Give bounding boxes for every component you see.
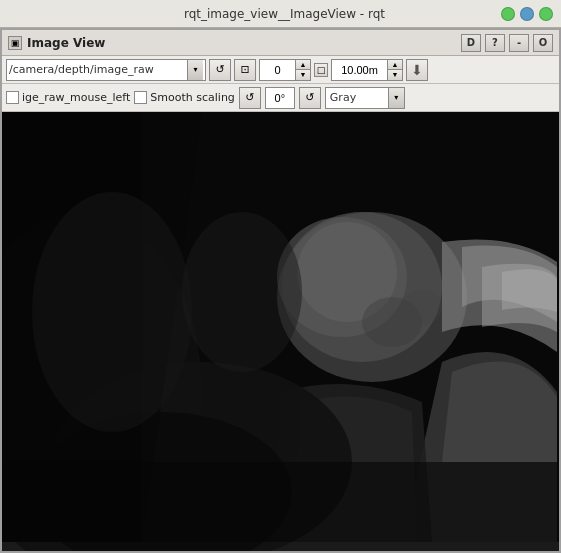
traffic-light-green2[interactable] (539, 7, 553, 21)
traffic-light-blue[interactable] (520, 7, 534, 21)
toolbar-row-2: ige_raw_mouse_left Smooth scaling ↺ ↺ Gr… (2, 84, 559, 112)
help-button[interactable]: ? (485, 34, 505, 52)
panel-header: ▣ Image View D ? - O (2, 30, 559, 56)
spin-down-button[interactable]: ▼ (296, 70, 310, 80)
reset-rotation-icon-2: ↺ (305, 91, 314, 104)
depth-image (2, 112, 559, 551)
spin-up-button[interactable]: ▲ (296, 60, 310, 71)
smooth-scaling-checkbox[interactable] (134, 91, 147, 104)
reset-rotation-button[interactable]: ↺ (239, 87, 261, 109)
svg-point-9 (402, 289, 442, 325)
topic-dropdown-arrow[interactable]: ▾ (187, 60, 203, 80)
minimize-button[interactable]: - (509, 34, 529, 52)
refresh-icon: ↺ (215, 63, 224, 76)
window-title: rqt_image_view__ImageView - rqt (68, 7, 501, 21)
dist-spin-down[interactable]: ▼ (388, 70, 402, 80)
topic-dropdown[interactable]: /camera/depth/image_raw ▾ (6, 59, 206, 81)
rotation-input[interactable] (266, 88, 294, 108)
rotation-spinner[interactable] (265, 87, 295, 109)
dist-spin-up[interactable]: ▲ (388, 60, 402, 71)
svg-rect-11 (2, 462, 559, 542)
save-icon: ⬇ (411, 62, 423, 78)
fit-button[interactable]: ⊡ (234, 59, 256, 81)
main-window: ▣ Image View D ? - O /camera/depth/image… (0, 28, 561, 553)
panel-icon: ▣ (8, 36, 22, 50)
svg-point-12 (32, 192, 192, 432)
spin-arrows: ▲ ▼ (295, 60, 310, 80)
distance-spinner[interactable]: ▲ ▼ (331, 59, 403, 81)
smooth-scaling-checkbox-item: Smooth scaling (134, 91, 235, 104)
mouse-left-checkbox[interactable] (6, 91, 19, 104)
panel-header-buttons: D ? - O (461, 34, 553, 52)
topic-value: /camera/depth/image_raw (9, 63, 187, 76)
fit-icon: ⊡ (240, 63, 249, 76)
close-button[interactable]: O (533, 34, 553, 52)
distance-input[interactable] (332, 60, 387, 80)
value-input[interactable] (260, 60, 295, 80)
color-dropdown-arrow[interactable]: ▾ (388, 88, 404, 108)
title-bar-controls (501, 7, 553, 21)
panel-title: Image View (27, 36, 461, 50)
mouse-left-checkbox-item: ige_raw_mouse_left (6, 91, 130, 104)
color-mode-dropdown[interactable]: Gray ▾ (325, 87, 405, 109)
smooth-scaling-label: Smooth scaling (150, 91, 235, 104)
svg-point-13 (182, 212, 302, 372)
color-chevron-icon: ▾ (394, 93, 398, 102)
toolbar-row-1: /camera/depth/image_raw ▾ ↺ ⊡ ▲ ▼ □ ▲ ▼ (2, 56, 559, 84)
chevron-down-icon: ▾ (193, 65, 197, 74)
traffic-light-green1[interactable] (501, 7, 515, 21)
color-mode-value: Gray (326, 91, 388, 104)
mouse-left-label: ige_raw_mouse_left (22, 91, 130, 104)
title-bar: rqt_image_view__ImageView - rqt (0, 0, 561, 28)
refresh-button[interactable]: ↺ (209, 59, 231, 81)
dist-spin-arrows: ▲ ▼ (387, 60, 402, 80)
d-button[interactable]: D (461, 34, 481, 52)
reset-rotation-icon: ↺ (245, 91, 254, 104)
image-display-area (2, 112, 559, 551)
save-button[interactable]: ⬇ (406, 59, 428, 81)
reset-rotation-button-2[interactable]: ↺ (299, 87, 321, 109)
value-spinner[interactable]: ▲ ▼ (259, 59, 311, 81)
checkbox-icon-button[interactable]: □ (314, 63, 328, 77)
